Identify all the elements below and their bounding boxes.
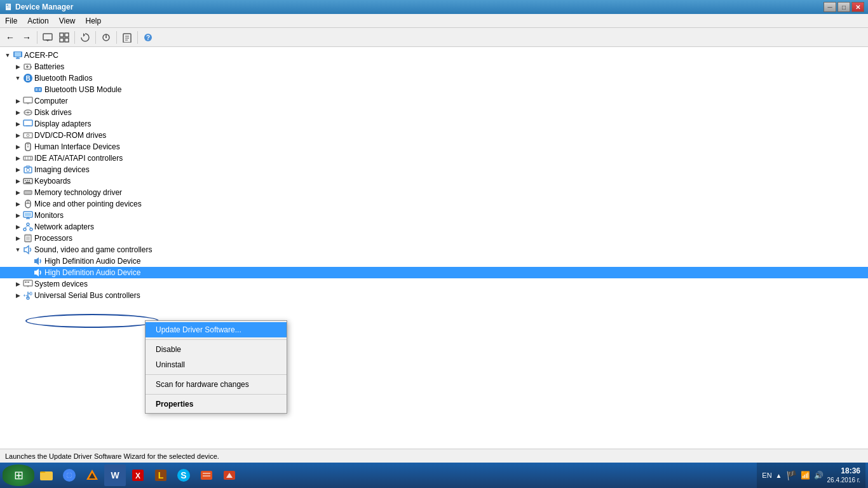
taskbar-folder[interactable] (36, 464, 57, 486)
tree-item-bluetooth[interactable]: ▼ B Bluetooth Radios (0, 72, 868, 84)
tree-root[interactable]: ▼ ACER-PC (0, 50, 868, 61)
tree-item-imaging-label: Imaging devices (34, 165, 90, 174)
menu-action[interactable]: Action (22, 14, 53, 27)
tree-item-disk-label: Disk drives (34, 108, 72, 117)
tray-network-icon: 📶 (801, 471, 810, 480)
tree-item-imaging[interactable]: ▶ Imaging devices (0, 164, 868, 175)
ctx-disable[interactable]: Disable (146, 342, 287, 357)
tree-item-system[interactable]: ▶ System devices (0, 278, 868, 290)
expand-arrow-disk: ▶ (13, 107, 23, 118)
taskbar-unknown4[interactable] (219, 464, 240, 486)
tree-item-keyboard[interactable]: ▶ Keyboards (0, 175, 868, 187)
network-icon (23, 222, 33, 232)
taskbar-unknown3[interactable] (196, 464, 217, 486)
menu-view[interactable]: View (54, 14, 81, 27)
usb-icon (23, 290, 33, 301)
refresh-button[interactable] (78, 30, 93, 45)
tray-flag-icon: 🏴 (786, 470, 797, 480)
ctx-uninstall[interactable]: Uninstall (146, 357, 287, 372)
clock-date: 26.4.2016 г. (827, 476, 860, 485)
maximize-button[interactable]: □ (837, 2, 850, 12)
tree-item-display[interactable]: ▶ Display adapters (0, 118, 868, 130)
svg-point-100 (67, 473, 72, 478)
tree-item-computer[interactable]: ▶ Computer (0, 95, 868, 107)
tree-item-hd-audio-1[interactable]: ▶ High Definition Audio Device (0, 255, 868, 267)
ctx-scan[interactable]: Scan for hardware changes (146, 377, 287, 392)
svg-rect-39 (24, 133, 32, 138)
tree-item-network-label: Network adapters (34, 222, 94, 231)
tray-up-arrow[interactable]: ▲ (776, 472, 782, 479)
tree-root-label: ACER-PC (24, 51, 58, 60)
svg-rect-3 (60, 33, 64, 37)
svg-rect-31 (24, 97, 32, 103)
svg-rect-23 (31, 66, 32, 68)
taskbar-word[interactable]: W (104, 464, 126, 486)
svg-marker-83 (24, 246, 29, 254)
tree-item-network[interactable]: ▶ Network adapters (0, 221, 868, 233)
minimize-button[interactable]: ─ (824, 2, 836, 12)
svg-text:L: L (158, 470, 164, 480)
tree-item-disk[interactable]: ▶ Disk drives (0, 107, 868, 118)
svg-marker-85 (34, 269, 39, 276)
audio-device-icon-1 (33, 256, 43, 266)
show-device-button[interactable] (40, 30, 55, 45)
bluetooth-icon: B (23, 73, 33, 83)
ide-icon (23, 153, 33, 163)
expand-arrow-monitors: ▶ (13, 210, 23, 220)
ctx-update-driver[interactable]: Update Driver Software... (146, 322, 287, 337)
properties-button[interactable] (119, 30, 135, 45)
svg-rect-94 (30, 292, 32, 295)
ctx-sep-1 (146, 339, 287, 340)
taskbar-skype[interactable]: S (173, 464, 194, 486)
tree-item-bluetooth-usb-label: Bluetooth USB Module (44, 85, 121, 94)
tree-item-bluetooth-usb[interactable]: ▶ Bluetooth USB Module (0, 84, 868, 95)
menu-file[interactable]: File (0, 14, 22, 27)
menu-help[interactable]: Help (81, 14, 107, 27)
toolbar-separator-1 (37, 31, 37, 44)
svg-rect-66 (25, 213, 31, 216)
forward-button[interactable]: → (19, 30, 34, 45)
tree-item-hd-audio-2[interactable]: ▶ High Definition Audio Device (0, 267, 868, 278)
start-button[interactable]: ⊞ (3, 464, 34, 486)
tree-item-hid[interactable]: ▶ Human Interface Devices (0, 141, 868, 152)
taskbar-unknown1[interactable]: X (127, 464, 149, 486)
svg-rect-0 (43, 34, 52, 40)
back-button[interactable]: ← (3, 30, 18, 45)
expand-arrow-batteries: ▶ (13, 62, 23, 72)
tree-item-batteries[interactable]: ▶ Batteries (0, 61, 868, 72)
tree-item-monitors[interactable]: ▶ Monitors (0, 210, 868, 221)
title-bar: 🖥 Device Manager ─ □ ✕ (0, 0, 868, 14)
taskbar-chrome[interactable] (58, 464, 80, 486)
tree-item-sound[interactable]: ▼ Sound, video and game controllers (0, 244, 868, 255)
tree-item-dvd[interactable]: ▶ DVD/CD-ROM drives (0, 130, 868, 141)
svg-rect-87 (25, 281, 27, 283)
close-button[interactable]: ✕ (851, 2, 864, 12)
taskbar-vlc[interactable] (81, 464, 103, 486)
expand-arrow-processors: ▶ (13, 233, 23, 243)
tree-item-sound-label: Sound, video and game controllers (34, 245, 152, 254)
main-content: ▼ ACER-PC ▶ Batteries ▼ B Bluetooth Radi… (0, 47, 868, 449)
usb-module-icon (33, 85, 43, 95)
svg-line-74 (28, 226, 31, 228)
tree-item-usb[interactable]: ▶ Universal Serial Bus controllers (0, 290, 868, 301)
svg-marker-7 (83, 33, 85, 37)
tree-item-display-label: Display adapters (34, 119, 91, 128)
expand-arrow-dvd: ▶ (13, 130, 23, 140)
taskbar-unknown2[interactable]: L (150, 464, 172, 486)
ctx-properties[interactable]: Properties (146, 396, 287, 412)
tree-item-ide[interactable]: ▶ IDE ATA/ATAPI controllers (0, 152, 868, 164)
tree-item-memory-label: Memory technology driver (34, 188, 122, 197)
expand-arrow-imaging: ▶ (13, 165, 23, 175)
help-button[interactable]: ? (140, 30, 156, 45)
expand-arrow-hd-audio-2: ▶ (23, 268, 33, 278)
tree-item-memory[interactable]: ▶ Memory technology driver (0, 187, 868, 198)
svg-point-71 (24, 228, 26, 231)
tray-speaker-icon[interactable]: 🔊 (814, 471, 824, 480)
svg-text:S: S (180, 470, 186, 480)
oval-highlight (25, 314, 159, 328)
tree-item-mice[interactable]: ▶ Mice and other pointing devices (0, 198, 868, 210)
scan-button[interactable] (98, 30, 114, 45)
tree-item-mice-label: Mice and other pointing devices (34, 200, 142, 208)
view2-button[interactable] (57, 30, 72, 45)
tree-item-processors[interactable]: ▶ Processors (0, 233, 868, 244)
